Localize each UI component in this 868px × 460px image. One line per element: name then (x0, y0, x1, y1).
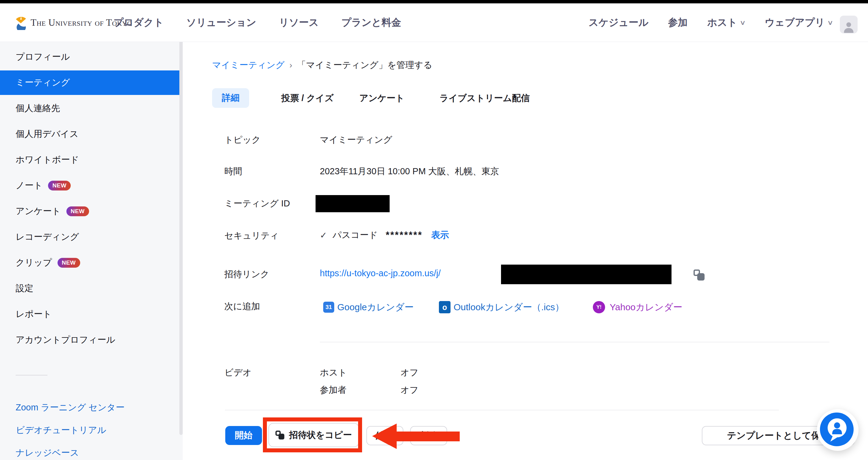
sidebar-item-personal-devices[interactable]: 個人用デバイス (0, 122, 179, 146)
window-top-strip (0, 0, 868, 3)
nav-resources[interactable]: リソース (279, 16, 319, 29)
nav-webapp-dropdown[interactable]: ウェブアプリ∨ (765, 16, 833, 29)
sidebar: プロフィール ミーティング 個人連絡先 個人用デバイス ホワイトボード ノートN… (0, 42, 183, 460)
video-host-value: オフ (400, 367, 418, 379)
yahoo-calendar-link[interactable]: Yahooカレンダー (610, 300, 682, 314)
invite-url-link[interactable]: https://u-tokyo-ac-jp.zoom.us/j/ (320, 268, 441, 278)
nav-schedule[interactable]: スケジュール (589, 16, 649, 29)
chat-person-icon (820, 412, 854, 446)
add-to-label: 次に追加 (224, 300, 260, 313)
google-calendar-icon[interactable]: 31 (323, 302, 334, 313)
ginkgo-leaf-icon (15, 15, 27, 30)
video-participant-label: 参加者 (320, 384, 346, 396)
passcode-show-link[interactable]: 表示 (431, 229, 449, 241)
tab-details[interactable]: 詳細 (212, 88, 249, 108)
sidebar-item-account-profile[interactable]: アカウントプロフィール (0, 328, 179, 352)
sidebar-link-knowledge-base[interactable]: ナレッジベース (0, 447, 172, 459)
video-host-label: ホスト (320, 367, 347, 379)
yahoo-calendar-icon[interactable]: Y! (593, 301, 605, 313)
tab-survey[interactable]: アンケート (359, 88, 405, 108)
sidebar-link-learning-center[interactable]: Zoom ラーニング センター (0, 402, 172, 414)
breadcrumb-my-meetings-link[interactable]: マイミーティング (212, 59, 285, 71)
sidebar-item-recordings[interactable]: レコーディング (0, 225, 179, 249)
copy-invite-link-icon[interactable] (693, 269, 706, 282)
nav-solutions[interactable]: ソリューション (186, 16, 256, 29)
account-nav: スケジュール 参加 ホスト∨ ウェブアプリ∨ (589, 3, 833, 42)
support-chat-button[interactable] (820, 412, 854, 446)
outlook-calendar-icon[interactable]: o (439, 301, 451, 313)
video-participant-value: オフ (400, 384, 418, 396)
new-badge: NEW (48, 181, 71, 191)
nav-products[interactable]: プロダクト (114, 16, 164, 29)
topic-value: マイミーティング (320, 134, 392, 146)
nav-plans-pricing[interactable]: プランと料金 (342, 16, 401, 29)
video-label: ビデオ (224, 367, 252, 379)
sidebar-scrollbar[interactable] (179, 42, 183, 435)
sidebar-item-clips[interactable]: クリップNEW (0, 251, 179, 275)
primary-nav: プロダクト ソリューション リソース プランと料金 (114, 3, 401, 42)
user-avatar[interactable] (840, 16, 858, 33)
google-calendar-link[interactable]: Googleカレンダー (337, 300, 414, 314)
sidebar-divider (16, 375, 48, 375)
copy-icon (275, 431, 285, 440)
sidebar-item-notes[interactable]: ノートNEW (0, 173, 179, 198)
sidebar-link-video-tutorials[interactable]: ビデオチュートリアル (0, 424, 172, 436)
passcode-label: パスコード (332, 229, 378, 241)
invite-link-label: 招待リンク (224, 268, 269, 281)
chevron-down-icon: ∨ (740, 19, 746, 26)
check-icon: ✓ (320, 230, 327, 240)
copy-invitation-button[interactable]: 招待状をコピー (269, 423, 359, 447)
time-value: 2023年11月30日 10:00 PM 大阪、札幌、東京 (320, 165, 499, 178)
passcode-mask: ******** (385, 230, 423, 241)
start-button[interactable]: 開始 (225, 426, 262, 445)
nav-join[interactable]: 参加 (668, 16, 688, 29)
nav-host-dropdown[interactable]: ホスト∨ (707, 16, 745, 29)
breadcrumb-current: 「マイミーティング」を管理する (297, 59, 432, 71)
meeting-id-redaction (315, 195, 390, 212)
person-icon (842, 20, 856, 33)
sidebar-item-personal-contacts[interactable]: 個人連絡先 (0, 96, 179, 121)
time-label: 時間 (224, 165, 242, 178)
security-label: セキュリティ (224, 230, 279, 242)
tab-polls-quizzes[interactable]: 投票 / クイズ (281, 88, 334, 108)
breadcrumb-separator: › (289, 61, 292, 70)
edit-button[interactable]: 編集 (366, 426, 403, 445)
delete-button[interactable]: 削除 (410, 426, 447, 445)
sidebar-item-meetings[interactable]: ミーティング (0, 70, 179, 95)
tab-live-streaming[interactable]: ライブストリーム配信 (439, 88, 530, 108)
breadcrumb: マイミーティング › 「マイミーティング」を管理する (212, 59, 432, 71)
meeting-id-label: ミーティング ID (224, 198, 290, 210)
sidebar-item-reports[interactable]: レポート (0, 302, 179, 326)
sidebar-item-whiteboard[interactable]: ホワイトボード (0, 148, 179, 172)
footer-divider (225, 410, 779, 410)
top-nav-bar: The University of Tokyo プロダクト ソリューション リソ… (0, 3, 868, 42)
zoom-web-portal: The University of Tokyo プロダクト ソリューション リソ… (0, 0, 868, 460)
new-badge: NEW (58, 258, 80, 268)
new-badge: NEW (66, 206, 89, 216)
section-divider (320, 342, 830, 342)
sidebar-item-profile[interactable]: プロフィール (0, 45, 179, 69)
topic-label: トピック (224, 134, 261, 146)
outlook-calendar-link[interactable]: Outlookカレンダー（.ics） (454, 300, 564, 314)
invite-url-redaction (501, 265, 672, 284)
sidebar-item-surveys[interactable]: アンケートNEW (0, 199, 179, 224)
security-row: ✓ パスコード ******** 表示 (320, 229, 449, 241)
chevron-down-icon: ∨ (827, 19, 833, 26)
sidebar-item-settings[interactable]: 設定 (0, 276, 179, 301)
